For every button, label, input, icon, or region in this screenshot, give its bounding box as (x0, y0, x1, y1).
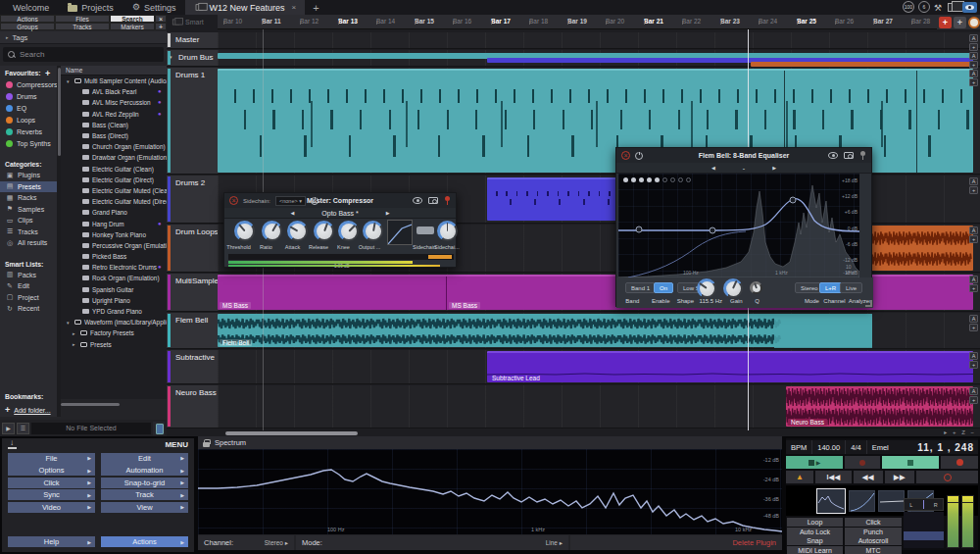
timecode-display[interactable]: 11, 1 , 248 (917, 442, 978, 453)
close-icon[interactable]: × (621, 151, 630, 160)
preset-file-row[interactable]: Electric Guitar (Clean) (61, 164, 167, 175)
tab-welcome[interactable]: Welcome (4, 0, 58, 15)
analyzer-button[interactable]: Live (840, 282, 862, 293)
preview-play-button[interactable]: ▶ (2, 423, 15, 434)
record-button[interactable] (941, 456, 978, 469)
transport-toggle-right[interactable]: Click (845, 518, 902, 527)
smart-list-item[interactable]: ↻ Recent (0, 303, 57, 315)
preset-name[interactable]: Opto Bass * (321, 210, 358, 217)
favourite-item[interactable]: EQ (0, 102, 57, 114)
prev-preset-arrow[interactable]: ◀ (711, 165, 715, 171)
preset-file-row[interactable]: Grand Piano (61, 207, 167, 218)
add-button[interactable]: + (954, 17, 966, 28)
nav-search[interactable]: Search (110, 15, 155, 23)
nav-tracks[interactable]: Tracks (55, 23, 110, 30)
preset-file-row[interactable]: Electric Guitar Muted (Direct) (61, 196, 167, 207)
automation-button[interactable]: A (969, 352, 978, 360)
nav-groups[interactable]: Groups (0, 23, 55, 30)
clip-flem-bell-audio[interactable]: Flem Bell (218, 314, 872, 347)
tab-edit-w12-new-features[interactable]: W12 New Features× (185, 0, 305, 15)
stereo-balance-display[interactable]: LR (904, 498, 944, 511)
resize-handle[interactable] (865, 300, 872, 307)
next-preset-arrow[interactable]: ▶ (386, 210, 390, 216)
record-safety-icon[interactable] (968, 17, 980, 28)
add-lane-button[interactable]: + (969, 361, 978, 369)
transport-toggle-left[interactable]: Loop (787, 518, 843, 527)
smart-list-item[interactable]: ▢ Project (0, 292, 57, 304)
add-lane-button[interactable]: + (969, 43, 978, 51)
transport-toggle-right[interactable]: Autoscroll (845, 536, 902, 545)
smart-tool-label[interactable]: Smart (185, 19, 204, 25)
lock-icon[interactable] (203, 439, 210, 447)
preset-file-row[interactable]: Retro Electronic Drums ● (61, 262, 167, 273)
new-tab-button[interactable]: + (306, 2, 325, 14)
spectrum-thumbnail[interactable] (816, 488, 846, 514)
automation-button[interactable]: A (969, 70, 978, 77)
transport-toggle-right[interactable]: MTC (845, 546, 902, 554)
visibility-eye-icon[interactable] (962, 2, 977, 13)
record-arm-button[interactable] (845, 456, 880, 469)
category-item[interactable]: ◎ All results (0, 237, 57, 249)
nav-add-button[interactable]: + (155, 23, 167, 30)
aux-meter-badge[interactable]: 6 (918, 1, 930, 13)
curve-thumbnail-1[interactable] (849, 490, 875, 512)
eq-titlebar[interactable]: × Flem Bell: 8-Band Equaliser (616, 148, 871, 163)
smart-list-item[interactable]: ▥ Packs (0, 270, 57, 281)
preset-file-row[interactable]: Bass (Direct) (61, 130, 167, 141)
prev-preset-arrow[interactable]: ◀ (290, 210, 294, 216)
preset-file-row[interactable]: Electric Guitar Muted (Clean) (61, 185, 167, 196)
delete-plugin-button[interactable]: Delete Plugin (732, 538, 776, 547)
category-item[interactable]: ⚑ Samples (0, 204, 57, 216)
preset-file-row[interactable]: Spanish Guitar (61, 284, 167, 295)
track-neuro-bass[interactable]: Neuro Bass Neuro Bass A+ (167, 385, 980, 429)
eq-display[interactable]: +18 dB+12 dB+6 dB0 dB-6 dB-12 dB-18 dB 1… (618, 174, 859, 277)
menu-item-right[interactable]: Automation▶ (101, 465, 188, 476)
play-from-marker-button[interactable]: ▶ (786, 456, 843, 469)
frequency-knob[interactable] (697, 278, 716, 298)
menu-item-left[interactable]: Video▶ (8, 502, 95, 513)
menu-item-right[interactable]: Edit▶ (101, 453, 188, 464)
category-item[interactable]: ▦ Racks (0, 192, 57, 204)
menu-item-left[interactable]: Sync▶ (8, 489, 95, 500)
clip-drumbus-orange[interactable] (751, 62, 973, 67)
automation-button[interactable]: A (969, 315, 978, 323)
transport-toggle-right[interactable]: Punch (845, 528, 902, 536)
tab-projects[interactable]: Projects (59, 0, 122, 15)
preset-file-row[interactable]: Honkey Tonk Piano (61, 229, 167, 240)
tab-settings[interactable]: ⚙Settings (123, 0, 185, 15)
factory-presets-folder-row[interactable]: ▸ Factory Presets (61, 327, 167, 338)
band-select-button[interactable]: Band 1 (625, 282, 656, 293)
transport-toggle-left[interactable]: Auto Lock (787, 528, 843, 536)
add-favourite-button[interactable]: + (45, 69, 50, 78)
add-lane-button[interactable]: + (969, 284, 978, 292)
import-icon[interactable] (8, 441, 17, 449)
compressor-titlebar[interactable]: × Sidechain: <none> ▾ Master: Compressor (224, 193, 456, 208)
menu-item-actions[interactable]: Actions▶ (101, 536, 188, 547)
channel-button[interactable]: L+R (819, 282, 842, 293)
automation-button[interactable]: A (969, 276, 978, 283)
favourite-item[interactable]: Top Synths (0, 137, 57, 149)
gain-knob[interactable] (723, 278, 743, 298)
windows-layout-icon[interactable] (948, 3, 958, 12)
nav-files[interactable]: Files (55, 15, 110, 23)
automation-button[interactable]: A (969, 52, 978, 60)
automation-button[interactable]: A (969, 227, 978, 234)
category-item[interactable]: ▤ Presets (0, 181, 57, 193)
eye-icon[interactable] (413, 197, 422, 204)
waveform-folder-row[interactable]: ▾ Waveform (imac/Library/Applica... (61, 317, 167, 327)
nav-markers[interactable]: Markers (110, 23, 155, 30)
enable-button[interactable]: On (654, 282, 673, 293)
preset-file-row[interactable]: Rock Organ (Emulation) (61, 273, 167, 283)
mode-selector[interactable]: Mode:Line ▸ (296, 535, 568, 550)
file-tree-hscrollbar[interactable] (61, 403, 120, 406)
track-subtractive[interactable]: Subtractive Subtractive Lead A+ (167, 350, 980, 385)
search-box[interactable] (3, 47, 164, 62)
output-knob[interactable] (363, 221, 383, 241)
fast-forward-button[interactable]: ▶▶ (885, 471, 914, 483)
pin-icon[interactable] (444, 196, 451, 206)
clip-neuro-bass-audio[interactable]: Neuro Bass (786, 386, 973, 427)
preview-volume-fader[interactable] (153, 422, 165, 435)
release-knob[interactable] (314, 221, 334, 241)
preset-file-row[interactable]: YPD Grand Piano (61, 306, 167, 317)
sidechain-dropdown[interactable]: <none> ▾ (275, 196, 306, 206)
